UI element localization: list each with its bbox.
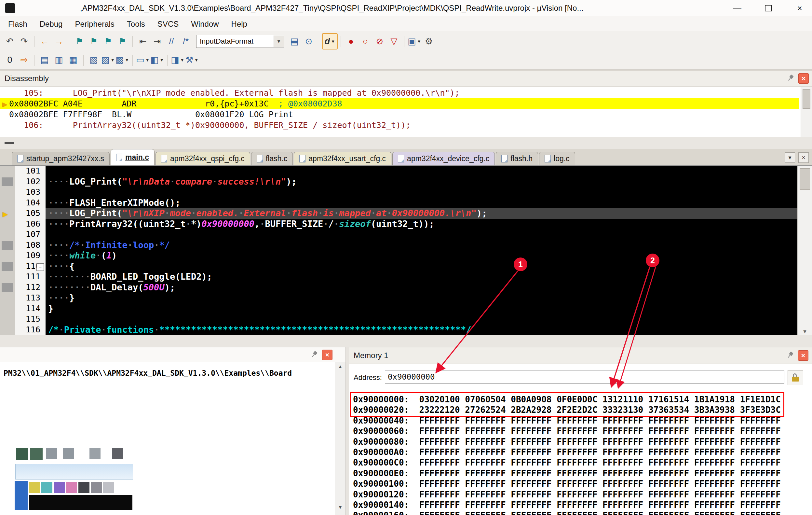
scroll-up-icon[interactable]: ▲	[335, 363, 346, 369]
breakpoint-filter-icon[interactable]: ▽	[387, 34, 401, 49]
close-button[interactable]: ×	[790, 1, 809, 15]
bookmark-clear-icon[interactable]: ⚑	[115, 34, 129, 49]
address-input[interactable]: 0x90000000	[385, 370, 784, 384]
bookmark-toggle-icon[interactable]: ⚑	[72, 34, 87, 49]
pin-icon[interactable]	[786, 74, 795, 83]
watch-window-icon[interactable]: ▨▼	[101, 53, 115, 68]
dropdown-arrow-icon: ▼	[125, 58, 129, 62]
toolbar1-right-icons: ▤⊙d▼●○⊘▽▣▼⚙	[287, 33, 436, 50]
comment-icon[interactable]: //	[164, 34, 179, 49]
tab-flash.h[interactable]: flash.h	[496, 152, 538, 165]
show-next-statement-icon[interactable]: ⇨	[17, 53, 31, 68]
menu-debug[interactable]: Debug	[33, 17, 69, 32]
code-fold-icon[interactable]: −	[36, 263, 44, 271]
bookmark-prev-icon[interactable]: ⚑	[87, 34, 101, 49]
bookmark-next-icon[interactable]: ⚑	[101, 34, 115, 49]
menu-svcs[interactable]: SVCS	[151, 17, 185, 32]
registers-window-icon[interactable]: ▧	[87, 53, 101, 68]
breakpoint-insert-icon-glyph: ●	[348, 37, 354, 46]
command-window[interactable]: × PM32\\01_APM32F4\\SDK\\APM32F4xx_DAL_S…	[0, 347, 346, 515]
find-in-files-icon[interactable]: ⊙	[301, 34, 316, 49]
horizontal-splitter[interactable]	[0, 335, 812, 347]
tab-label: apm32f4xx_qspi_cfg.c	[170, 154, 244, 163]
analysis-window-icon[interactable]: ◧▼	[150, 53, 164, 68]
code-line	[46, 187, 798, 198]
tab-apm32f4xx_qspi_cfg.c[interactable]: apm32f4xx_qspi_cfg.c	[155, 152, 250, 165]
command-window-icon[interactable]: ▤	[37, 53, 52, 68]
system-viewer-icon[interactable]: ◨▼	[171, 53, 185, 68]
tab-startup_apm32f427xx.s[interactable]: startup_apm32f427xx.s	[12, 152, 110, 165]
scroll-down-icon[interactable]: ▼	[335, 504, 346, 510]
code-line: ····}	[46, 293, 798, 303]
disassembly-window-icon[interactable]: ▥	[52, 53, 66, 68]
toolbar-separator	[167, 55, 168, 66]
symbol-window-icon[interactable]: ▦	[66, 53, 80, 68]
pin-icon[interactable]	[309, 350, 319, 360]
line-number: 115	[15, 314, 46, 325]
tab-main.c[interactable]: main.c	[111, 149, 154, 165]
command-close-button[interactable]: ×	[322, 350, 332, 360]
file-icon	[501, 155, 508, 162]
lock-button[interactable]	[788, 370, 803, 385]
memory-window-icon[interactable]: ▩▼	[115, 53, 129, 68]
input-data-format-combo[interactable]: InputDataFormat ▼	[196, 35, 284, 48]
disassembly-scrollbar[interactable]	[801, 87, 812, 137]
breakpoint-killall-icon[interactable]: ⊘	[373, 34, 387, 49]
breakpoint-filter-icon-glyph: ▽	[391, 37, 398, 46]
disassembly-panel[interactable]: 105: LOG_Print("\r\nXIP mode enabled. Ex…	[0, 87, 812, 137]
collapsed-scrollbar-handle[interactable]	[5, 142, 14, 144]
menu-window[interactable]: Window	[185, 17, 225, 32]
tab-log.c[interactable]: log.c	[539, 152, 575, 165]
toolbar-separator	[319, 36, 319, 47]
line-number: 107	[15, 229, 46, 240]
toolbox-icon[interactable]: ⚒▼	[185, 53, 199, 68]
tab-flash.c[interactable]: flash.c	[251, 152, 293, 165]
redacted-block	[29, 495, 133, 510]
menu-flash[interactable]: Flash	[2, 17, 33, 32]
outdent-icon[interactable]: ⇤	[136, 34, 150, 49]
minimize-button[interactable]: —	[728, 1, 746, 15]
menu-tools[interactable]: Tools	[121, 17, 151, 32]
edit-doc-icon[interactable]: ▤	[287, 34, 301, 49]
digit-artifact[interactable]: 0	[3, 53, 17, 68]
breakpoint-margin[interactable]	[0, 166, 15, 335]
uncomment-icon[interactable]: /*	[179, 34, 193, 49]
tab-close-button[interactable]: ×	[798, 152, 809, 163]
breakpoint-insert-icon[interactable]: ●	[344, 34, 358, 49]
horizontal-splitter[interactable]	[0, 137, 812, 149]
scrollbar-thumb[interactable]	[803, 89, 810, 109]
debug-windows-icon[interactable]: ▣▼	[407, 34, 422, 49]
command-scrollbar[interactable]: ▲ ▼	[335, 362, 346, 515]
memory-close-button[interactable]: ×	[798, 350, 808, 361]
nav-forward-icon[interactable]: →	[52, 34, 66, 49]
tab-apm32f4xx_usart_cfg.c[interactable]: apm32f4xx_usart_cfg.c	[294, 152, 392, 165]
menu-help[interactable]: Help	[225, 17, 254, 32]
code-line: ····{	[46, 261, 798, 272]
menu-peripherals[interactable]: Peripherals	[69, 17, 120, 32]
scroll-down-icon[interactable]: ▼	[798, 329, 812, 335]
undo-icon[interactable]: ↶	[3, 34, 17, 49]
breakpoint-enable-icon[interactable]: ○	[358, 34, 373, 49]
configure-icon[interactable]: ⚙	[422, 34, 436, 49]
vertical-splitter[interactable]	[346, 347, 349, 515]
tab-apm32f4xx_device_cfg.c[interactable]: apm32f4xx_device_cfg.c	[392, 152, 495, 165]
indent-icon[interactable]: ⇥	[150, 34, 164, 49]
pin-icon[interactable]	[785, 351, 795, 360]
command-window-caption: ×	[0, 347, 346, 362]
bookmark-next-icon-glyph: ⚑	[104, 37, 112, 46]
nav-back-icon[interactable]: ←	[37, 34, 52, 49]
redo-icon[interactable]: ↷	[17, 34, 31, 49]
tab-overflow-button[interactable]: ▾	[785, 152, 795, 163]
editor-text-area[interactable]: ····LOG_Print("\r\nData·compare·success!…	[46, 166, 798, 335]
combo-dropdown-icon[interactable]: ▼	[273, 35, 284, 47]
scrollbar-thumb[interactable]	[800, 168, 810, 190]
edit-doc-icon-glyph: ▤	[290, 37, 299, 46]
memory-title: Memory 1	[354, 351, 388, 360]
maximize-button[interactable]	[759, 1, 778, 15]
editor-scrollbar[interactable]: ▼	[798, 166, 812, 335]
tab-label: apm32f4xx_usart_cfg.c	[309, 154, 386, 163]
serial-window-icon-glyph: ▭	[136, 56, 144, 64]
find-dropdown-icon[interactable]: d▼	[322, 33, 338, 50]
serial-window-icon[interactable]: ▭▼	[136, 53, 150, 68]
disassembly-close-button[interactable]: ×	[798, 73, 809, 84]
